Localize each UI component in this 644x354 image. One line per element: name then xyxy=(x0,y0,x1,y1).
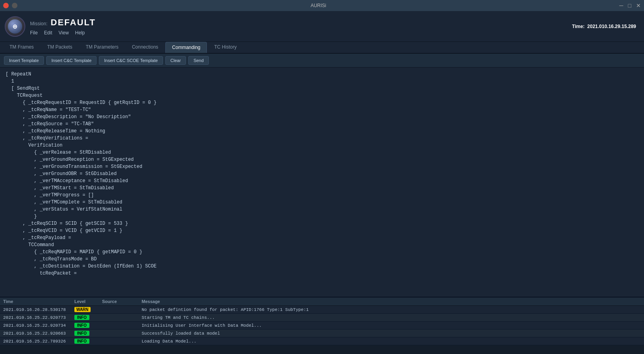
app-logo-inner: ⊕ xyxy=(8,19,22,34)
code-line: , _tcReqSource = "TC-TAB" xyxy=(5,121,639,128)
app-header: ⊕ Mission: DEFAULT File Edit View Help T… xyxy=(0,11,644,42)
menu-bar: File Edit View Help xyxy=(30,30,96,36)
tab-tm-packets[interactable]: TM Packets xyxy=(41,42,78,53)
log-row[interactable]: 2021.010.16.25.22.920773 INFO Starting T… xyxy=(0,314,644,322)
code-line: Verification xyxy=(5,142,639,149)
time-value: 2021.010.16.29.15.289 xyxy=(587,24,636,29)
code-line: , _verGroundTransmission = StGExpected xyxy=(5,163,639,170)
code-line: , _tcReqReleaseTime = Nothing xyxy=(5,128,639,135)
log-level: INFO xyxy=(74,339,102,344)
code-line: , _verTMProgress = [] xyxy=(5,192,639,199)
code-line: { _verRelease = StRDisabled xyxy=(5,149,639,156)
log-level: WARN xyxy=(74,307,102,312)
close-button[interactable] xyxy=(3,3,9,8)
tab-tm-frames[interactable]: TM Frames xyxy=(3,42,40,53)
code-line: TCCommand xyxy=(5,241,639,249)
window-close-icon[interactable]: ✕ xyxy=(636,2,641,9)
log-time: 2021.010.16.26.28.530178 xyxy=(3,307,74,312)
code-line: 1 xyxy=(5,78,639,85)
window-title: AURISi xyxy=(311,3,326,8)
code-line: , _tcReqSCID = SCID { getSCID = 533 } xyxy=(5,220,639,227)
log-time: 2021.010.16.25.22.920734 xyxy=(3,323,74,328)
code-line: [ SendRqst xyxy=(5,85,639,92)
window-minimize-icon[interactable]: ─ xyxy=(619,2,623,9)
log-time: 2021.010.16.25.22.920773 xyxy=(3,315,74,320)
code-line: , _tcReqTransMode = BD xyxy=(5,256,639,263)
log-time: 2021.010.16.25.22.789326 xyxy=(3,339,74,344)
log-col-message: Message xyxy=(142,299,641,304)
log-row[interactable]: 2021.010.16.25.22.920734 INFO Initialisi… xyxy=(0,322,644,330)
time-label: Time: xyxy=(572,24,585,29)
insert-cc-template-button[interactable]: Insert C&C Template xyxy=(46,56,97,65)
mission-name: DEFAULT xyxy=(51,17,96,28)
log-rows: 2021.010.16.26.28.530178 WARN No packet … xyxy=(0,306,644,354)
code-line: , _tcReqName = "TEST-TC" xyxy=(5,106,639,113)
insert-cc-scoe-template-button[interactable]: Insert C&C SCOE Template xyxy=(99,56,163,65)
log-time: 2021.010.16.25.22.920663 xyxy=(3,331,74,336)
window-restore-icon[interactable]: □ xyxy=(628,2,631,9)
code-line: [ RepeatN xyxy=(5,71,639,78)
log-level: INFO xyxy=(74,331,102,336)
tab-tc-history[interactable]: TC History xyxy=(208,42,243,53)
title-bar: AURISi ─ □ ✕ xyxy=(0,0,644,11)
tab-bar: TM Frames TM Packets TM Parameters Conne… xyxy=(0,42,644,54)
log-col-level: Level xyxy=(74,299,102,304)
log-message: Starting TM and TC chains... xyxy=(142,315,641,320)
log-message: Successfully loaded data model xyxy=(142,331,641,336)
log-level: INFO xyxy=(74,323,102,328)
code-line: { _tcReqMAPID = MAPID { getMAPID = 0 } xyxy=(5,249,639,256)
code-line: , _verStatus = VerifStatNominal xyxy=(5,206,639,213)
log-row[interactable]: 2021.010.16.25.22.789326 INFO Loading Da… xyxy=(0,337,644,345)
code-line: , _verGroundReception = StGExpected xyxy=(5,156,639,163)
clear-button[interactable]: Clear xyxy=(165,56,186,65)
code-line: { _tcReqRequestID = RequestID { getRqstI… xyxy=(5,99,639,106)
app-logo: ⊕ xyxy=(5,16,25,37)
code-line: , _verTMComplete = StTmDisabled xyxy=(5,199,639,206)
log-row[interactable]: 2021.010.16.25.22.920663 INFO Successful… xyxy=(0,330,644,337)
code-line: , _verTMAcceptance = StTmDisabled xyxy=(5,177,639,185)
insert-template-button[interactable]: Insert Template xyxy=(4,56,44,65)
log-panel: Time Level Source Message 2021.010.16.26… xyxy=(0,297,644,354)
menu-help[interactable]: Help xyxy=(75,30,85,36)
code-line: , _tcReqVCID = VCID { getVCID = 1 } xyxy=(5,227,639,234)
code-line: , _tcDestination = DestEden (IfEden 1) S… xyxy=(5,263,639,270)
tab-tm-parameters[interactable]: TM Parameters xyxy=(80,42,125,53)
log-header: Time Level Source Message xyxy=(0,298,644,306)
header-time: Time: 2021.010.16.29.15.289 xyxy=(572,24,636,29)
menu-edit[interactable]: Edit xyxy=(44,30,52,36)
log-row[interactable]: 2021.010.16.26.28.530178 WARN No packet … xyxy=(0,306,644,314)
code-line: , _verGroundOBR = StGDisabled xyxy=(5,170,639,177)
code-line: , _tcReqVerifications = xyxy=(5,135,639,142)
code-line: , _tcReqPayload = xyxy=(5,234,639,241)
mission-label: Mission: xyxy=(30,21,47,26)
tab-connections[interactable]: Connections xyxy=(125,42,165,53)
log-message: Loading Data Model... xyxy=(142,339,641,344)
log-col-source: Source xyxy=(102,299,142,304)
code-line: TCRequest xyxy=(5,92,639,99)
log-message: Initialising User Interface with Data Mo… xyxy=(142,323,641,328)
menu-file[interactable]: File xyxy=(30,30,38,36)
code-editor[interactable]: [ RepeatN 1 [ SendRqst TCRequest { _tcRe… xyxy=(0,68,644,297)
code-line: , _verTMStart = StTmDisabled xyxy=(5,185,639,192)
menu-view[interactable]: View xyxy=(59,30,69,36)
toolbar: Insert Template Insert C&C Template Inse… xyxy=(0,54,644,68)
log-message: No packet defintion found for packet: AP… xyxy=(142,307,641,312)
tab-commanding[interactable]: Commanding xyxy=(165,42,207,53)
send-button[interactable]: Send xyxy=(188,56,209,65)
code-line: tcReqPacket = xyxy=(5,270,639,277)
log-col-time: Time xyxy=(3,299,74,304)
minimize-button[interactable] xyxy=(12,3,17,8)
main-content: [ RepeatN 1 [ SendRqst TCRequest { _tcRe… xyxy=(0,68,644,354)
log-level: INFO xyxy=(74,315,102,320)
code-line: } xyxy=(5,213,639,220)
code-line: , _tcReqDescription = "No Description" xyxy=(5,113,639,121)
